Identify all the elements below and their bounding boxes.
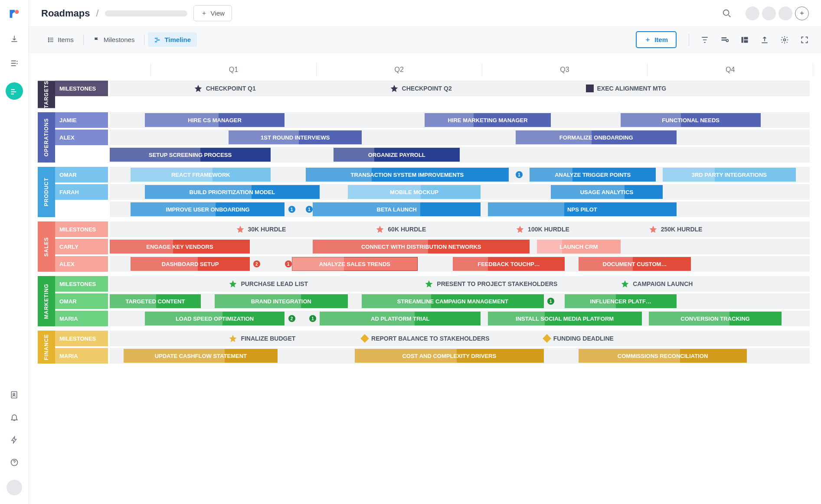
milestone[interactable]: 60K HURDLE (376, 225, 426, 234)
timeline-bar[interactable]: LAUNCH CRM (537, 240, 621, 254)
dependency-badge[interactable]: 1 (288, 206, 295, 213)
timeline-bar[interactable]: SETUP SCREENING PROCESS (110, 148, 271, 162)
dependency-badge[interactable]: 1 (306, 206, 313, 213)
tab-timeline[interactable]: Timeline (148, 33, 197, 47)
svg-rect-6 (50, 38, 53, 38)
timeline-bar[interactable]: NPS PILOT (488, 202, 677, 216)
row-track[interactable]: SETUP SCREENING PROCESSORGANIZE PAYROLL (110, 147, 810, 163)
roadmap-icon-active[interactable] (6, 82, 23, 100)
link-settings-icon[interactable] (720, 36, 729, 44)
row-track[interactable]: CHECKPOINT Q1CHECKPOINT Q2EXEC ALIGNMENT… (110, 81, 810, 96)
timeline-bar[interactable]: CONNECT WITH DISTRIBUTION NETWORKS (313, 240, 530, 254)
help-icon[interactable] (9, 457, 20, 468)
contacts-icon[interactable] (9, 390, 20, 400)
tab-items[interactable]: Items (41, 33, 80, 47)
export-icon[interactable] (760, 36, 769, 44)
add-item-label: Item (654, 36, 668, 43)
dependency-badge[interactable]: 1 (516, 171, 523, 178)
timeline-bar[interactable]: TARGETED CONTENT (110, 294, 201, 308)
milestone[interactable]: CAMPAIGN LAUNCH (621, 280, 693, 288)
row-track[interactable]: LOAD SPEED OPTIMIZATIONAD PLATFORM TRIAL… (110, 311, 810, 326)
timeline-bar[interactable]: MOBILE MOCKUP (348, 185, 481, 199)
row-track[interactable]: 1ST ROUND INTERVIEWSFORMALIZE ONBOARDING (110, 130, 810, 145)
timeline-bar[interactable]: TRANSACTION SYSTEM IMPROVEMENTS (306, 168, 509, 182)
timeline-bar[interactable]: INSTALL SOCIAL MEDIA PLATFORM (488, 312, 642, 325)
layout-icon[interactable] (740, 36, 749, 44)
timeline-bar[interactable]: FORMALIZE ONBOARDING (516, 130, 677, 144)
collaborator-avatar[interactable] (778, 7, 792, 20)
timeline-bar[interactable]: ORGANIZE PAYROLL (334, 148, 460, 162)
timeline-bar[interactable]: FUNCTIONAL NEEDS (621, 113, 761, 127)
dependency-badge[interactable]: 1 (285, 260, 292, 267)
milestone[interactable]: EXEC ALIGNMENT MTG (586, 85, 667, 92)
milestone[interactable]: 250K HURDLE (649, 225, 703, 234)
row-track[interactable]: TARGETED CONTENTBRAND INTEGRATIONSTREAML… (110, 293, 810, 309)
tab-milestones[interactable]: Milestones (87, 33, 141, 47)
lane-group-label: FINANCE (38, 331, 55, 364)
timeline-bar[interactable]: ANALYZE TRIGGER POINTS (530, 168, 656, 182)
timeline-bar[interactable]: USAGE ANALYTICS (551, 185, 663, 199)
bell-icon[interactable] (9, 412, 20, 423)
timeline-bar[interactable]: BETA LAUNCH (313, 202, 481, 216)
timeline-bar[interactable]: DASHBOARD SETUP (131, 257, 249, 271)
user-avatar[interactable] (7, 480, 22, 495)
timeline-bar[interactable]: 1ST ROUND INTERVIEWS (229, 130, 362, 144)
row-track[interactable]: UPDATE CASHFLOW STATEMENTCOST AND COMPLE… (110, 348, 810, 364)
row-track[interactable]: HIRE CS MANAGERHIRE MARKETING MANAGERFUN… (110, 112, 810, 128)
row-track[interactable]: BUILD PRIORITIZATION MODELMOBILE MOCKUPU… (110, 184, 810, 200)
milestone[interactable]: 30K HURDLE (236, 225, 286, 234)
dependency-badge[interactable]: 2 (253, 260, 260, 267)
milestone[interactable]: FINALIZE BUDGET (229, 334, 295, 343)
timeline-bar[interactable]: BRAND INTEGRATION (215, 294, 348, 308)
timeline-bar[interactable]: BUILD PRIORITIZATION MODEL (145, 185, 320, 199)
milestone[interactable]: PURCHASE LEAD LIST (229, 280, 308, 288)
row-track[interactable]: ENGAGE KEY VENDORSCONNECT WITH DISTRIBUT… (110, 239, 810, 254)
timeline-bar[interactable]: HIRE MARKETING MANAGER (425, 113, 551, 127)
settings-icon[interactable] (780, 36, 789, 44)
row-track[interactable]: FINALIZE BUDGETREPORT BALANCE TO STAKEHO… (110, 331, 810, 346)
fullscreen-icon[interactable] (800, 36, 809, 44)
row-track[interactable]: REACT FRAMEWORKTRANSACTION SYSTEM IMPROV… (110, 167, 810, 182)
collaborator-avatar[interactable] (746, 7, 759, 20)
row-track[interactable]: PURCHASE LEAD LISTPRESENT TO PROJECT STA… (110, 276, 810, 292)
add-item-button[interactable]: ＋ Item (636, 31, 677, 48)
timeline-bar[interactable]: STREAMLINE CAMPAIGN MANAGEMENT (362, 294, 544, 308)
milestone[interactable]: 100K HURDLE (516, 225, 569, 234)
timeline-bar[interactable]: IMPROVE USER ONBOARDING (131, 202, 285, 216)
timeline-bar[interactable]: COST AND COMPLEXITY DRIVERS (355, 349, 544, 363)
milestone[interactable]: CHECKPOINT Q2 (390, 84, 452, 93)
add-view-button[interactable]: ＋ View (193, 5, 232, 21)
list-icon[interactable] (9, 58, 20, 68)
row-track[interactable]: DASHBOARD SETUPANALYZE SALES TRENDSFEEDB… (110, 256, 810, 272)
timeline-bar[interactable]: COMMISSIONS RECONCILIATION (579, 349, 746, 363)
search-icon[interactable] (722, 9, 732, 18)
timeline-bar[interactable]: INFLUENCER PLATF… (565, 294, 677, 308)
timeline-bar[interactable]: AD PLATFORM TRIAL (320, 312, 481, 325)
filter-icon[interactable] (700, 36, 709, 44)
timeline-bar[interactable]: 3RD PARTY INTEGRATIONS (663, 168, 796, 182)
dependency-badge[interactable]: 1 (309, 315, 316, 322)
row-track[interactable]: IMPROVE USER ONBOARDINGBETA LAUNCHNPS PI… (110, 202, 810, 217)
timeline-bar[interactable]: FEEDBACK TOUCHP… (453, 257, 565, 271)
timeline-bar[interactable]: ENGAGE KEY VENDORS (110, 240, 250, 254)
timeline-bar[interactable]: REACT FRAMEWORK (131, 168, 271, 182)
timeline-bar[interactable]: CONVERSION TRACKING (649, 312, 782, 325)
timeline-bar[interactable]: HIRE CS MANAGER (145, 113, 285, 127)
dependency-badge[interactable]: 1 (547, 298, 554, 305)
milestone[interactable]: REPORT BALANCE TO STAKEHOLDERS (362, 335, 490, 342)
timeline-bar[interactable]: ANALYZE SALES TRENDS (292, 257, 418, 271)
timeline-canvas[interactable]: Q1 Q2 Q3 Q4 TARGETSMILESTONESCHECKPOINT … (29, 53, 821, 504)
bolt-icon[interactable] (9, 435, 20, 445)
milestone[interactable]: PRESENT TO PROJECT STAKEHOLDERS (425, 280, 557, 288)
dependency-badge[interactable]: 2 (288, 315, 295, 322)
milestone[interactable]: FUNDING DEADLINE (544, 335, 614, 342)
add-collaborator-button[interactable]: ＋ (795, 7, 809, 20)
milestone[interactable]: CHECKPOINT Q1 (194, 84, 256, 93)
row-track[interactable]: 30K HURDLE60K HURDLE100K HURDLE250K HURD… (110, 221, 810, 237)
lane-row: OMARREACT FRAMEWORKTRANSACTION SYSTEM IM… (55, 167, 813, 182)
download-icon[interactable] (9, 34, 20, 44)
collaborator-avatar[interactable] (762, 7, 776, 20)
timeline-bar[interactable]: UPDATE CASHFLOW STATEMENT (124, 349, 278, 363)
timeline-bar[interactable]: LOAD SPEED OPTIMIZATION (145, 312, 285, 325)
timeline-bar[interactable]: DOCUMENT CUSTOM… (579, 257, 690, 271)
